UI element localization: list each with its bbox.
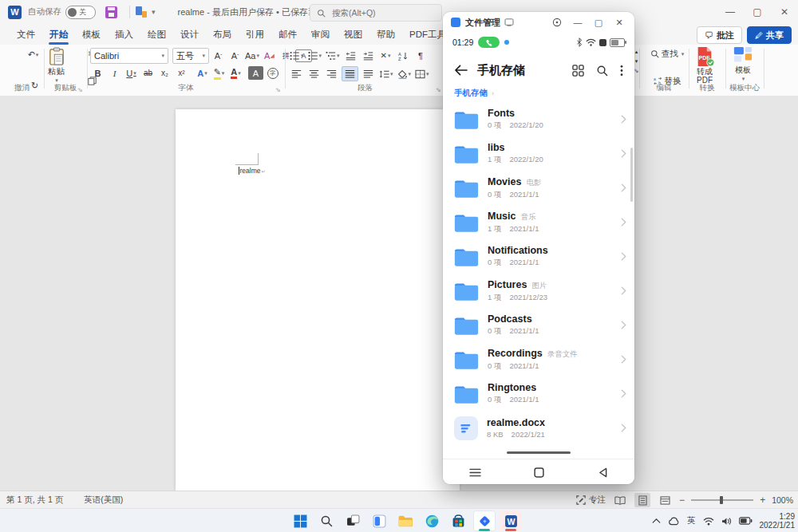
- align-center-button[interactable]: [306, 67, 322, 81]
- tab-开始[interactable]: 开始: [42, 26, 75, 44]
- zoom-slider-thumb[interactable]: [720, 496, 723, 504]
- save-button[interactable]: [105, 6, 117, 18]
- tab-模板[interactable]: 模板: [75, 26, 108, 44]
- highlight-button[interactable]: ✎▾: [211, 66, 227, 80]
- sort-button[interactable]: [396, 49, 411, 62]
- underline-button[interactable]: U▾: [124, 66, 139, 80]
- list-item[interactable]: realme.docx 8 KB 2022/1/21: [443, 411, 634, 445]
- back-nav-button[interactable]: [587, 461, 618, 483]
- bullets-button[interactable]: ▾: [289, 49, 305, 62]
- file-explorer-button[interactable]: [394, 510, 417, 531]
- touch-mode-icon[interactable]: [136, 6, 147, 18]
- subscript-button[interactable]: x₂: [157, 66, 172, 80]
- tab-插入[interactable]: 插入: [108, 26, 140, 44]
- list-item[interactable]: libs 1 项 2022/1/20: [443, 136, 634, 171]
- tab-布局[interactable]: 布局: [206, 26, 239, 44]
- character-shading-button[interactable]: A: [248, 66, 263, 80]
- multilevel-list-button[interactable]: ▾: [325, 49, 341, 62]
- justify-button[interactable]: [342, 66, 358, 81]
- fm-search-button[interactable]: [596, 65, 608, 77]
- document-text-line[interactable]: realme ↵: [239, 167, 266, 175]
- list-item[interactable]: Movies 电影 0 项 2021/1/1: [443, 171, 634, 205]
- align-right-button[interactable]: [324, 67, 339, 81]
- fm-close-button[interactable]: ✕: [609, 13, 630, 32]
- bold-button[interactable]: B: [90, 66, 105, 80]
- cjk-layout-button[interactable]: ✕▾: [378, 49, 393, 62]
- back-button[interactable]: [454, 65, 468, 76]
- more-menu-button[interactable]: [620, 65, 623, 77]
- search-box[interactable]: [310, 4, 442, 22]
- print-layout-button[interactable]: [634, 493, 650, 507]
- grow-font-button[interactable]: Aˆ: [211, 49, 226, 63]
- tab-审阅[interactable]: 审阅: [304, 26, 337, 44]
- paste-button[interactable]: 粘贴▾: [48, 47, 65, 84]
- numbering-button[interactable]: ▾: [307, 49, 323, 62]
- fm-maximize-button[interactable]: ▢: [588, 13, 609, 32]
- zoom-slider[interactable]: [691, 499, 753, 501]
- start-button[interactable]: [289, 510, 311, 531]
- edge-button[interactable]: [421, 510, 443, 531]
- enclose-characters-button[interactable]: 字: [265, 66, 280, 80]
- shrink-font-button[interactable]: Aˇ: [227, 49, 243, 63]
- tray-expand-icon[interactable]: [652, 518, 661, 523]
- page-info[interactable]: 第 1 页, 共 1 页: [6, 495, 63, 506]
- read-mode-button[interactable]: [612, 493, 628, 507]
- change-case-button[interactable]: Aa▾: [244, 49, 260, 63]
- convert-to-pdf-button[interactable]: 转成PDF: [695, 46, 714, 85]
- borders-button[interactable]: ▾: [414, 67, 430, 81]
- task-view-button[interactable]: [342, 510, 364, 531]
- breadcrumb-root[interactable]: 手机存储: [454, 88, 488, 99]
- fm-settings-button[interactable]: [547, 13, 567, 32]
- autosave-control[interactable]: 自动保存 关: [28, 6, 96, 19]
- text-effects-button[interactable]: A▾: [195, 66, 210, 80]
- phone-manager-app-button[interactable]: [473, 510, 496, 531]
- tab-帮助[interactable]: 帮助: [369, 26, 402, 44]
- tab-文件[interactable]: 文件: [10, 26, 42, 44]
- tab-绘图[interactable]: 绘图: [140, 26, 173, 44]
- fm-titlebar[interactable]: 文件管理 — ▢ ✕: [443, 12, 634, 33]
- zoom-in-button[interactable]: +: [760, 495, 765, 506]
- clipboard-dialog-launcher[interactable]: ⇘: [77, 86, 85, 93]
- onedrive-cloud-icon[interactable]: [668, 517, 680, 526]
- store-button[interactable]: [447, 510, 469, 531]
- autosave-toggle[interactable]: 关: [65, 6, 96, 19]
- focus-mode-button[interactable]: 专注: [576, 495, 606, 506]
- list-item[interactable]: Notifications 0 项 2021/1/1: [443, 239, 634, 274]
- shading-button[interactable]: ▾: [397, 67, 413, 81]
- font-family-combo[interactable]: Calibri▾: [90, 48, 168, 64]
- find-button[interactable]: 查找▾: [643, 47, 691, 61]
- distribute-button[interactable]: [361, 67, 376, 81]
- clear-formatting-button[interactable]: A◢: [262, 49, 277, 63]
- decrease-indent-button[interactable]: [343, 49, 358, 62]
- tab-设计[interactable]: 设计: [173, 26, 206, 44]
- font-size-combo[interactable]: 五号▾: [172, 48, 209, 64]
- paragraph-dialog-launcher[interactable]: ⇘: [436, 86, 443, 93]
- superscript-button[interactable]: x²: [174, 66, 189, 80]
- comments-button[interactable]: 🗩 批注: [697, 26, 742, 44]
- fm-minimize-button[interactable]: —: [567, 13, 588, 32]
- close-button[interactable]: ✕: [771, 0, 798, 24]
- collapse-ribbon-button[interactable]: ⌄: [776, 78, 798, 92]
- widgets-button[interactable]: [368, 510, 390, 531]
- clock[interactable]: 1:29 2022/1/21: [760, 512, 796, 530]
- list-item[interactable]: Music 音乐 1 项 2021/1/1: [443, 205, 634, 239]
- increase-indent-button[interactable]: [361, 49, 376, 62]
- ime-indicator[interactable]: 英: [687, 515, 696, 526]
- battery-tray-icon[interactable]: [739, 517, 753, 525]
- italic-button[interactable]: I: [107, 66, 122, 80]
- web-layout-button[interactable]: [657, 493, 673, 507]
- align-left-button[interactable]: [289, 67, 304, 81]
- zoom-level[interactable]: 100%: [772, 495, 793, 505]
- gesture-bar[interactable]: [507, 451, 571, 454]
- font-dialog-launcher[interactable]: ⇘: [275, 86, 282, 93]
- list-item[interactable]: Podcasts 0 项 2021/1/1: [443, 308, 634, 342]
- maximize-button[interactable]: ▢: [744, 0, 771, 24]
- home-button[interactable]: [523, 461, 555, 483]
- strikethrough-button[interactable]: ab: [140, 66, 156, 80]
- taskbar-search-button[interactable]: [315, 510, 338, 531]
- tab-邮件[interactable]: 邮件: [271, 26, 304, 44]
- language-status[interactable]: 英语(美国): [84, 495, 123, 506]
- search-input[interactable]: [330, 7, 413, 18]
- grid-view-button[interactable]: [572, 65, 584, 77]
- list-item[interactable]: Fonts 0 项 2022/1/20: [443, 102, 634, 136]
